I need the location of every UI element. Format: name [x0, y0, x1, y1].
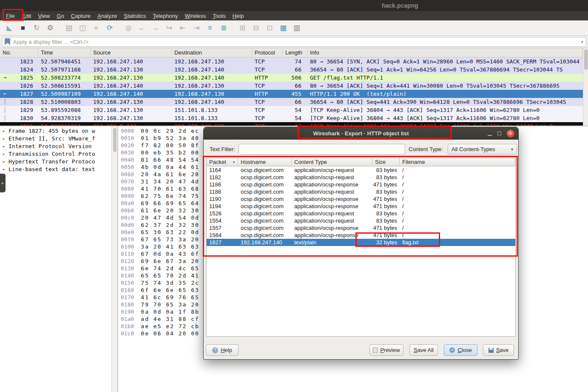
- capture-options-icon[interactable]: ⚙: [44, 23, 56, 34]
- object-column-content-type[interactable]: Content Type: [292, 158, 372, 166]
- go-to-packet-icon[interactable]: ↪: [163, 23, 175, 34]
- expander-icon[interactable]: ▸: [3, 143, 5, 150]
- menu-item-view[interactable]: View: [34, 12, 53, 20]
- zoom-original-icon[interactable]: ⊡: [264, 23, 276, 34]
- go-forward-icon[interactable]: →: [150, 23, 162, 34]
- scrollbar-thumb[interactable]: [113, 128, 116, 152]
- object-column-filename[interactable]: Filename: [400, 158, 515, 166]
- packet-column-info[interactable]: Info: [307, 48, 583, 57]
- pane-splitter[interactable]: [0, 126, 588, 126]
- object-column-hostname[interactable]: Hostname: [238, 158, 292, 166]
- display-filter-field[interactable]: ▾: [2, 37, 586, 47]
- menu-item-capture[interactable]: Capture: [68, 12, 94, 20]
- start-capture-icon[interactable]: ◣: [3, 23, 15, 34]
- expander-icon[interactable]: ▸: [3, 150, 5, 158]
- packet-row-1823[interactable]: 182352.507946451192.168.247.140192.168.2…: [0, 57, 583, 66]
- packet-row-1830[interactable]: 1830┆54.928370319192.168.247.130151.101.…: [0, 114, 583, 122]
- first-packet-icon[interactable]: ⇤: [177, 23, 189, 34]
- object-row-1190[interactable]: 1190ocsp.digicert.comapplication/ocsp-re…: [207, 195, 515, 203]
- detail-item[interactable]: ▸Transmission Control Proto: [0, 150, 111, 158]
- object-row-1554[interactable]: 1554ocsp.digicert.comapplication/ocsp-re…: [207, 217, 515, 224]
- object-row-1188[interactable]: 1188ocsp.digicert.comapplication/ocsp-re…: [207, 188, 515, 195]
- packet-column-no[interactable]: No.: [0, 48, 38, 57]
- detail-item[interactable]: ▸Ethernet II, Src: VMware_f: [0, 135, 111, 143]
- packet-row-1831[interactable]: 183154.928615661151.101.8.133192.168.247…: [0, 122, 583, 126]
- object-row-1827[interactable]: 1827192.168.247.140text/plain32 bytesfla…: [207, 239, 515, 246]
- close-file-icon[interactable]: ×: [90, 23, 102, 34]
- object-row-1564[interactable]: 1564ocsp.digicert.comapplication/ocsp-re…: [207, 232, 515, 239]
- menu-item-wireless[interactable]: Wireless: [182, 12, 210, 20]
- packet-column-protocol[interactable]: Protocol: [252, 48, 283, 57]
- stop-capture-icon[interactable]: ■: [17, 23, 29, 34]
- object-row-1164[interactable]: 1164ocsp.digicert.comapplication/ocsp-re…: [207, 166, 515, 174]
- restart-capture-icon[interactable]: ↻: [31, 23, 43, 34]
- dialog-titlebar[interactable]: Wireshark · Export · HTTP object list ×: [204, 127, 518, 140]
- packet-column-source[interactable]: Source: [91, 48, 172, 57]
- restore-button[interactable]: [497, 132, 501, 135]
- save-file-icon[interactable]: ◫: [77, 23, 88, 34]
- menu-item-tools[interactable]: Tools: [209, 12, 229, 20]
- packet-details-pane[interactable]: ▸Frame 1827: 455 bytes on w▸Ethernet II,…: [0, 126, 111, 392]
- packet-row-1826[interactable]: 182652.508615591192.168.247.140192.168.2…: [0, 82, 583, 90]
- resize-columns-icon[interactable]: ▦: [277, 23, 289, 34]
- packet-row-1829[interactable]: 1829┆53.895592088192.168.247.130151.101.…: [0, 106, 583, 114]
- minimize-button[interactable]: [488, 135, 492, 136]
- detail-item[interactable]: ▸Internet Protocol Version: [0, 143, 111, 150]
- close-window-button[interactable]: ×: [507, 130, 514, 137]
- packet-column-length[interactable]: Length: [283, 48, 307, 57]
- packet-row-1824[interactable]: 182452.507971168192.168.247.130192.168.2…: [0, 66, 583, 74]
- object-table-body[interactable]: 1164ocsp.digicert.comapplication/ocsp-re…: [207, 166, 515, 246]
- detail-item[interactable]: ▸Line-based text data: text: [0, 166, 111, 173]
- expander-icon[interactable]: ▸: [3, 135, 5, 143]
- packet-row-1827[interactable]: 1827←52.509987109192.168.247.140192.168.…: [0, 90, 583, 98]
- preview-button[interactable]: Preview: [369, 344, 403, 356]
- zoom-in-icon[interactable]: ⊞: [236, 23, 248, 34]
- find-packet-icon[interactable]: ◎: [122, 23, 134, 34]
- menu-item-analyze[interactable]: Analyze: [94, 12, 120, 20]
- help-button[interactable]: ? Help: [206, 344, 239, 356]
- packet-list[interactable]: 182352.507946451192.168.247.140192.168.2…: [0, 57, 583, 126]
- save-button[interactable]: Save: [483, 344, 514, 356]
- open-file-icon[interactable]: ▤: [63, 23, 75, 34]
- filter-dropdown-arrow-icon[interactable]: ▾: [581, 40, 583, 44]
- zoom-out-icon[interactable]: ⊟: [250, 23, 262, 34]
- text-filter-input[interactable]: [239, 144, 405, 155]
- expander-icon[interactable]: ▸: [3, 127, 5, 135]
- packet-row-1825[interactable]: 1825→52.508233774192.168.247.130192.168.…: [0, 74, 583, 82]
- details-scrollbar[interactable]: [111, 126, 117, 392]
- content-type-dropdown[interactable]: All Content-Types ▾: [448, 144, 517, 155]
- expander-icon[interactable]: ▸: [3, 166, 5, 173]
- menu-item-telephony[interactable]: Telephony: [149, 12, 181, 20]
- object-row-1526[interactable]: 1526ocsp.digicert.comapplication/ocsp-re…: [207, 210, 515, 217]
- menu-item-statistics[interactable]: Statistics: [120, 12, 149, 20]
- menu-item-go[interactable]: Go: [53, 12, 67, 20]
- packet-row-1828[interactable]: 1828┆52.510008803192.168.247.130192.168.…: [0, 98, 583, 106]
- save-all-button[interactable]: Save All: [409, 344, 438, 356]
- expander-icon[interactable]: ▸: [3, 158, 5, 166]
- menu-item-edit[interactable]: Edit: [18, 12, 34, 20]
- go-back-icon[interactable]: ←: [136, 23, 148, 34]
- layout-columns-icon[interactable]: ▥: [291, 23, 303, 34]
- menu-item-help[interactable]: Help: [229, 12, 247, 20]
- filter-bookmark-icon[interactable]: [5, 38, 10, 45]
- close-button[interactable]: × Close: [444, 344, 477, 356]
- packet-column-destination[interactable]: Destination: [172, 48, 252, 57]
- window-titlebar[interactable]: hack.pcapng: [0, 0, 588, 11]
- pane-toggle-tab[interactable]: ▸: [0, 174, 6, 192]
- reload-file-icon[interactable]: ⟳: [104, 23, 116, 34]
- packet-list-scrollbar[interactable]: [583, 48, 588, 126]
- last-packet-icon[interactable]: ⇥: [190, 23, 202, 34]
- display-filter-input[interactable]: [13, 39, 578, 45]
- scrollbar-thumb[interactable]: [584, 49, 588, 70]
- packet-column-time[interactable]: Time: [38, 48, 91, 57]
- object-row-1182[interactable]: 1182ocsp.digicert.comapplication/ocsp-re…: [207, 174, 515, 181]
- object-column-packet[interactable]: Packet▼: [207, 158, 238, 166]
- detail-item[interactable]: ▸Frame 1827: 455 bytes on w: [0, 127, 111, 135]
- detail-item[interactable]: ▸Hypertext Transfer Protoco: [0, 158, 111, 166]
- menu-item-file[interactable]: File: [3, 12, 18, 20]
- object-row-1194[interactable]: 1194ocsp.digicert.comapplication/ocsp-re…: [207, 203, 515, 210]
- colorize-packets-icon[interactable]: ≣: [218, 23, 230, 34]
- object-row-1557[interactable]: 1557ocsp.digicert.comapplication/ocsp-re…: [207, 224, 515, 232]
- object-column-size[interactable]: Size: [372, 158, 400, 166]
- object-row-1186[interactable]: 1186ocsp.digicert.comapplication/ocsp-re…: [207, 181, 515, 188]
